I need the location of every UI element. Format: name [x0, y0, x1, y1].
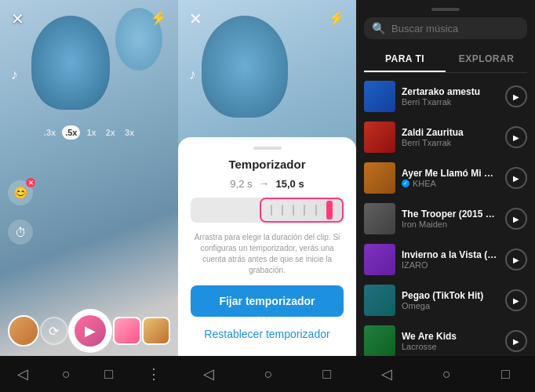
song-thumbnail	[364, 162, 395, 194]
play-button[interactable]: ▶	[505, 289, 527, 311]
play-button[interactable]: ▶	[505, 167, 527, 189]
song-thumbnail	[364, 203, 395, 234]
song-title: Pegao (TikTok Hit)	[402, 290, 499, 301]
record-button-inner: ▶	[75, 315, 106, 347]
song-title: The Trooper (2015 Remaster)	[402, 209, 499, 220]
list-item[interactable]: Zertarako amestuBerri Txarrak▶	[356, 76, 535, 117]
song-artist: Lacrosse	[402, 342, 499, 351]
speed-2x[interactable]: 2x	[103, 125, 118, 140]
camera-panel: ✕ ⚡ ♪ .3x .5x 1x 2x 3x 😊 ✕ ⏱ ⟳ ▶	[0, 0, 178, 392]
timer-overlay: Temporizador 9,2 s → 15,0 s Arrastra par…	[178, 137, 356, 356]
song-thumbnail	[364, 325, 395, 356]
slider-tick-3	[293, 205, 294, 216]
timer-back-nav[interactable]: ◁	[203, 365, 214, 383]
flip-camera-button[interactable]: ⟳	[40, 317, 68, 345]
slider-tick-2	[282, 205, 283, 216]
music-list: Zertarako amestuBerri Txarrak▶Zaldi Zaur…	[356, 73, 535, 356]
gallery-thumb-2[interactable]	[142, 317, 170, 345]
music-navigation-bar: ◁ ○ □	[356, 356, 535, 392]
list-item[interactable]: The Trooper (2015 Remaster)Iron Maiden▶	[356, 198, 535, 239]
timer-icon: ⏱	[15, 226, 27, 239]
camera-flip-icon: ⟳	[49, 324, 59, 339]
timer-home-nav[interactable]: ○	[264, 366, 273, 383]
timer-slider-track[interactable]	[191, 198, 344, 223]
effects-badge: ✕	[26, 178, 35, 187]
speed-1x[interactable]: 1x	[83, 125, 99, 140]
music-note-icon: ♪	[11, 67, 18, 83]
timer-slider-filled	[260, 198, 344, 223]
timer-from-value: 9,2 s	[230, 178, 252, 190]
music-home-nav[interactable]: ○	[442, 366, 451, 383]
list-item[interactable]: Zaldi ZaurituaBerri Txarrak▶	[356, 117, 535, 158]
timer-close-button[interactable]: ✕	[189, 9, 202, 28]
bottom-bar: ⟳ ▶	[0, 309, 178, 353]
song-title: Invierno a la Vista (feat. Xoel Lóp...	[402, 249, 499, 260]
speed-3x[interactable]: 3x	[122, 125, 137, 140]
song-info: Invierno a la Vista (feat. Xoel Lóp...IZ…	[402, 249, 499, 270]
song-info: The Trooper (2015 Remaster)Iron Maiden	[402, 209, 499, 229]
list-item[interactable]: We Are KidsLacrosse▶	[356, 321, 535, 356]
timer-description: Arrastra para elegir la duración del cli…	[191, 232, 344, 276]
timer-flash-button[interactable]: ⚡	[328, 9, 345, 27]
slider-thumb[interactable]	[326, 201, 333, 220]
music-search-input[interactable]	[391, 23, 523, 34]
close-button[interactable]: ✕	[11, 9, 24, 28]
timer-music-note-icon: ♪	[189, 67, 196, 83]
list-item[interactable]: Pegao (TikTok Hit)Omega▶	[356, 280, 535, 321]
timer-panel: ✕ ⚡ ♪ Temporizador 9,2 s → 15,0 s Arrast…	[178, 0, 356, 392]
timer-arrow-icon: →	[259, 177, 270, 190]
song-artist: Iron Maiden	[402, 220, 499, 229]
song-info: Zertarako amestuBerri Txarrak	[402, 86, 499, 107]
song-title: Zaldi Zauritua	[402, 127, 499, 138]
timer-values: 9,2 s → 15,0 s	[191, 177, 344, 190]
music-search-bar[interactable]: 🔍	[364, 17, 527, 39]
left-tools: 😊 ✕ ⏱	[8, 180, 33, 245]
home-nav-icon[interactable]: ○	[62, 366, 71, 383]
flash-button[interactable]: ⚡	[150, 9, 167, 27]
play-button[interactable]: ▶	[505, 208, 527, 230]
reset-timer-button[interactable]: Restablecer temporizador	[191, 325, 344, 343]
menu-nav-icon[interactable]: ⋮	[147, 365, 161, 383]
play-button[interactable]: ▶	[505, 126, 527, 148]
back-nav-icon[interactable]: ◁	[17, 365, 28, 383]
tab-para-ti[interactable]: PARA TI	[364, 47, 446, 72]
song-title: We Are Kids	[402, 331, 499, 342]
list-item[interactable]: Ayer Me Llamó Mi Ex (feat. Lenn...✓KHEA▶	[356, 158, 535, 198]
timer-drag-handle	[253, 147, 282, 150]
music-recents-nav[interactable]: □	[501, 366, 510, 383]
search-icon: 🔍	[372, 22, 385, 34]
song-artist: Berri Txarrak	[402, 97, 499, 107]
play-button[interactable]: ▶	[505, 249, 527, 270]
set-timer-button[interactable]: Fijar temporizador	[191, 285, 344, 317]
speed-03x[interactable]: .3x	[41, 125, 59, 140]
slider-tick-1	[271, 205, 272, 216]
navigation-bar: ◁ ○ □ ⋮	[0, 356, 178, 392]
song-artist: Berri Txarrak	[402, 138, 499, 147]
gallery-thumb-1[interactable]	[113, 317, 141, 345]
tab-explorar[interactable]: EXPLORAR	[446, 47, 527, 72]
play-button[interactable]: ▶	[505, 330, 527, 352]
song-thumbnail	[364, 244, 395, 275]
song-thumbnail	[364, 81, 395, 112]
timer-recents-nav[interactable]: □	[322, 366, 331, 383]
slider-tick-5	[315, 205, 317, 216]
record-button[interactable]: ▶	[68, 309, 112, 353]
music-back-nav[interactable]: ◁	[381, 365, 392, 383]
music-panel: 🔍 PARA TI EXPLORAR Zertarako amestuBerri…	[356, 0, 535, 392]
timer-title: Temporizador	[191, 158, 344, 171]
music-tabs: PARA TI EXPLORAR	[364, 47, 527, 73]
effects-button[interactable]: 😊 ✕	[8, 180, 33, 205]
list-item[interactable]: Invierno a la Vista (feat. Xoel Lóp...IZ…	[356, 239, 535, 280]
song-artist: ✓KHEA	[402, 179, 499, 188]
recents-nav-icon[interactable]: □	[104, 366, 113, 383]
speed-controls: .3x .5x 1x 2x 3x	[0, 125, 178, 140]
verified-badge: ✓	[402, 180, 409, 187]
music-drag-handle	[431, 8, 460, 11]
song-info: We Are KidsLacrosse	[402, 331, 499, 351]
timer-tool-button[interactable]: ⏱	[8, 220, 33, 245]
play-button[interactable]: ▶	[505, 85, 527, 107]
avatar-thumbnail[interactable]	[8, 315, 39, 347]
speed-05x[interactable]: .5x	[62, 125, 80, 140]
song-artist: Omega	[402, 301, 499, 310]
effects-icon: 😊	[13, 186, 28, 200]
